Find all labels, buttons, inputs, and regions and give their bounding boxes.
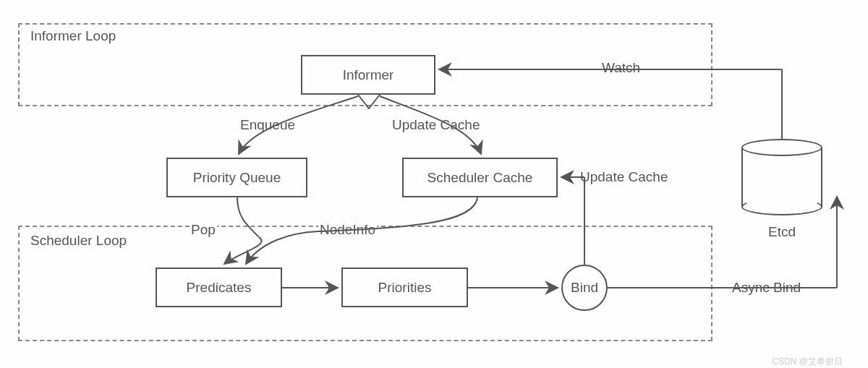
scheduler-loop-label: Scheduler Loop [26, 233, 131, 249]
informer-node: Informer [301, 55, 435, 95]
etcd-label: Etcd [767, 224, 797, 240]
update-cache-2-label: Update Cache [579, 169, 669, 185]
watermark: CSDN @艾希射日 [772, 356, 843, 368]
scheduler-cache-node: Scheduler Cache [402, 158, 558, 197]
diagram-canvas: Informer Loop Scheduler Loop Informer Pr… [0, 0, 868, 368]
enqueue-label: Enqueue [239, 117, 297, 133]
async-bind-label: Async Bind [731, 280, 802, 296]
etcd-cylinder [741, 139, 822, 215]
bind-node: Bind [561, 265, 608, 311]
predicates-node: Predicates [156, 268, 282, 307]
update-cache-1-label: Update Cache [391, 117, 481, 133]
watch-label: Watch [600, 60, 642, 76]
informer-loop-label: Informer Loop [26, 28, 120, 44]
nodeinfo-label: NodeInfo [318, 222, 377, 238]
priorities-node: Priorities [341, 268, 468, 307]
priority-queue-node: Priority Queue [166, 158, 307, 197]
pop-label: Pop [190, 222, 217, 238]
